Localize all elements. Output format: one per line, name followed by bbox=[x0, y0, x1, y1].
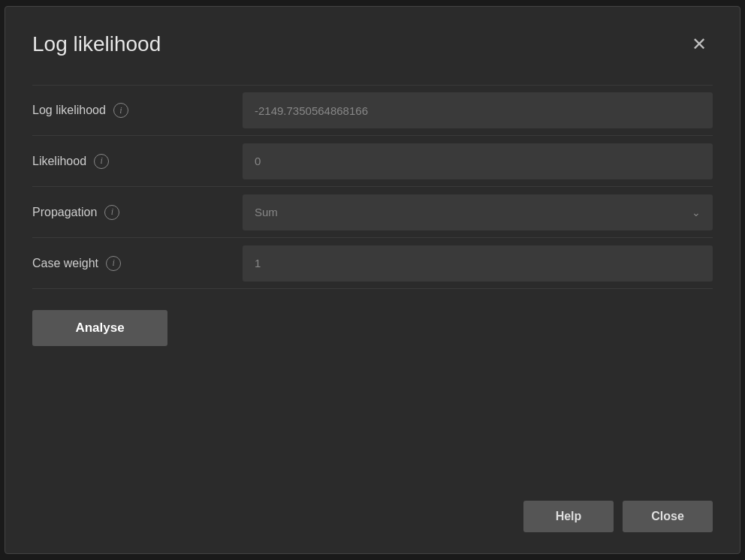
dialog-close-button[interactable]: ✕ bbox=[686, 31, 713, 58]
dialog-title: Log likelihood bbox=[32, 32, 161, 56]
close-footer-button[interactable]: Close bbox=[623, 501, 713, 532]
log-likelihood-row: Log likelihood i bbox=[32, 85, 713, 136]
log-likelihood-info-icon[interactable]: i bbox=[113, 103, 128, 118]
help-button[interactable]: Help bbox=[523, 501, 614, 532]
dialog-header: Log likelihood ✕ bbox=[32, 31, 713, 58]
case-weight-label-area: Case weight i bbox=[32, 256, 243, 271]
likelihood-label: Likelihood bbox=[32, 155, 86, 168]
case-weight-input[interactable] bbox=[243, 245, 713, 282]
likelihood-row: Likelihood i bbox=[32, 136, 713, 187]
case-weight-label: Case weight bbox=[32, 257, 98, 270]
chevron-down-icon: ⌄ bbox=[692, 206, 701, 218]
form-area: Log likelihood i Likelihood i Propagatio… bbox=[32, 85, 713, 289]
log-likelihood-input[interactable] bbox=[243, 92, 713, 128]
propagation-label-area: Propagation i bbox=[32, 205, 243, 220]
likelihood-label-area: Likelihood i bbox=[32, 154, 243, 169]
log-likelihood-label-area: Log likelihood i bbox=[32, 103, 243, 118]
likelihood-input[interactable] bbox=[243, 143, 713, 179]
dialog-footer: Help Close bbox=[32, 486, 713, 532]
likelihood-info-icon[interactable]: i bbox=[94, 154, 109, 169]
propagation-select[interactable]: Sum ⌄ bbox=[243, 194, 713, 230]
actions-row: Analyse bbox=[32, 310, 713, 346]
case-weight-row: Case weight i bbox=[32, 238, 713, 289]
propagation-label: Propagation bbox=[32, 206, 97, 219]
propagation-select-value: Sum bbox=[255, 206, 278, 218]
analyse-button[interactable]: Analyse bbox=[32, 310, 167, 346]
propagation-info-icon[interactable]: i bbox=[104, 205, 119, 220]
log-likelihood-label: Log likelihood bbox=[32, 104, 106, 117]
case-weight-info-icon[interactable]: i bbox=[106, 256, 121, 271]
log-likelihood-dialog: Log likelihood ✕ Log likelihood i Likeli… bbox=[5, 6, 740, 554]
propagation-row: Propagation i Sum ⌄ bbox=[32, 187, 713, 238]
